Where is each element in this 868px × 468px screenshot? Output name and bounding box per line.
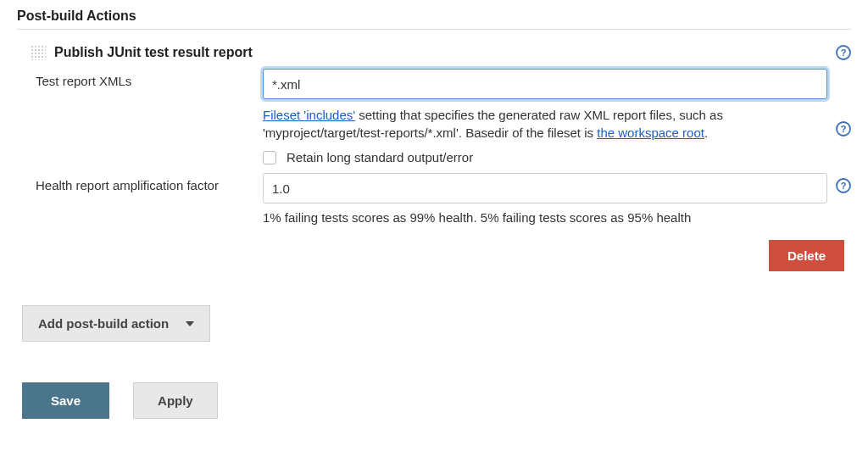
- svg-text:?: ?: [841, 47, 847, 58]
- section-title: Post-build Actions: [17, 8, 851, 30]
- test-report-input[interactable]: [263, 69, 827, 99]
- retain-checkbox[interactable]: [263, 151, 276, 164]
- retain-checkbox-row: Retain long standard output/error: [263, 150, 827, 164]
- test-report-row: Test report XMLs Fileset 'includes' sett…: [31, 69, 851, 164]
- health-factor-input[interactable]: [263, 173, 827, 203]
- help-icon[interactable]: ?: [836, 121, 851, 136]
- block-header: Publish JUnit test result report ?: [31, 45, 851, 60]
- publisher-block: Publish JUnit test result report ? Test …: [17, 45, 851, 271]
- test-report-label: Test report XMLs: [36, 69, 263, 88]
- add-post-build-action-button[interactable]: Add post-build action: [22, 305, 210, 342]
- health-factor-label: Health report amplification factor: [36, 173, 263, 192]
- retain-checkbox-label: Retain long standard output/error: [287, 150, 473, 164]
- svg-text:?: ?: [841, 181, 847, 191]
- help-icon[interactable]: ?: [836, 45, 851, 60]
- block-title: Publish JUnit test result report: [54, 45, 836, 60]
- health-factor-hint: 1% failing tests scores as 99% health. 5…: [263, 210, 827, 225]
- fileset-includes-link[interactable]: Fileset 'includes': [263, 108, 355, 122]
- help-icon[interactable]: ?: [836, 178, 851, 193]
- caret-down-icon: [186, 321, 194, 326]
- health-factor-row: Health report amplification factor 1% fa…: [31, 173, 851, 225]
- add-action-row: Add post-build action: [17, 305, 851, 342]
- workspace-root-link[interactable]: the workspace root: [597, 125, 704, 140]
- apply-button[interactable]: Apply: [133, 382, 218, 419]
- delete-row: Delete: [31, 240, 851, 271]
- save-button[interactable]: Save: [22, 382, 109, 419]
- delete-button[interactable]: Delete: [769, 240, 844, 271]
- svg-text:?: ?: [841, 124, 847, 134]
- add-action-label: Add post-build action: [38, 316, 169, 331]
- footer-buttons: Save Apply: [17, 382, 851, 419]
- drag-handle-icon[interactable]: [31, 45, 46, 60]
- test-report-hint: Fileset 'includes' setting that specifie…: [263, 106, 827, 142]
